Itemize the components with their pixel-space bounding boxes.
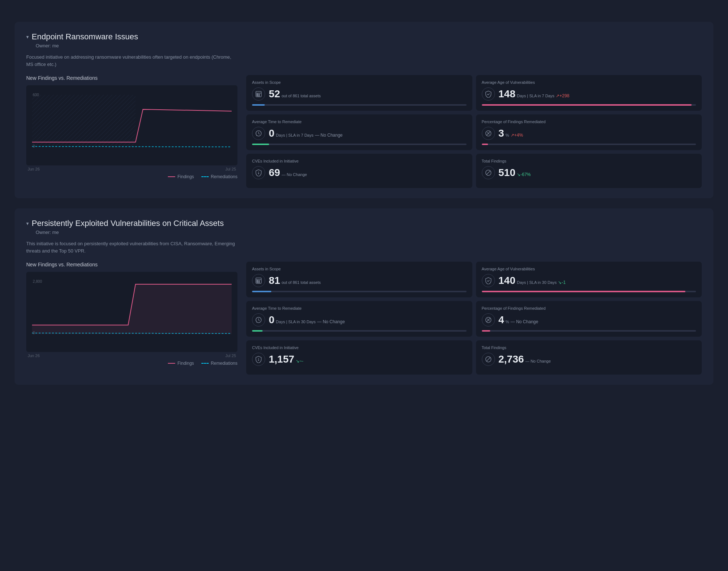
- initiative-title: Endpoint Ransomware Issues: [32, 32, 138, 42]
- clock-icon: [252, 127, 265, 140]
- metric-card-total-findings-2: Total Findings 2,736 — No Change: [476, 340, 702, 375]
- metric-value-block: 0 Days | SLA in 30 Days — No Change: [269, 315, 345, 325]
- findings-line-icon: [168, 176, 175, 177]
- remediations-line-icon: [201, 363, 209, 364]
- left-panel: New Findings vs. Remediations 2,800 0 Ju…: [26, 262, 237, 375]
- building-icon: [252, 274, 265, 287]
- metric-value-block: 4 % — No Change: [499, 315, 538, 325]
- chart-container: 600 0: [26, 85, 237, 165]
- metric-label: Percentage of Findings Remediated: [482, 120, 696, 124]
- metric-main-value: 510: [499, 168, 516, 178]
- metric-value-block: 0 Days | SLA in 7 Days — No Change: [269, 128, 343, 138]
- metric-card-total-findings-1: Total Findings 510 ↘-67%: [476, 154, 702, 188]
- leaf2-icon: [482, 166, 495, 179]
- initiative-card-1: ▾ Endpoint Ransomware Issues Owner: me F…: [15, 22, 713, 198]
- shield-icon: [482, 274, 495, 287]
- svg-line-35: [487, 357, 490, 361]
- findings-label: Findings: [177, 361, 194, 366]
- metric-sub-text: Days | SLA in 30 Days: [276, 320, 316, 324]
- metric-label: Percentage of Findings Remediated: [482, 306, 696, 310]
- metric-change: ↗+298: [556, 93, 569, 98]
- metric-content: 1,157 ↘~-: [252, 353, 467, 366]
- svg-rect-8: [259, 95, 260, 96]
- metric-card-avg-time-remediate-2: Average Time to Remediate 0 Days | SLA i…: [246, 301, 472, 337]
- metric-content: 0 Days | SLA in 7 Days — No Change: [252, 127, 467, 140]
- legend-findings: Findings: [168, 361, 194, 366]
- chart-x-labels: Jun 26 Jul 25: [26, 353, 237, 358]
- metric-label: Average Time to Remediate: [252, 120, 467, 124]
- metric-bar: [482, 330, 696, 332]
- metric-bar: [252, 330, 467, 332]
- svg-rect-9: [257, 94, 257, 95]
- metrics-panel: Assets in Scope 52 out of 861 total asse…: [246, 75, 702, 188]
- metric-change: ↘-1: [558, 280, 566, 285]
- shield-icon: [482, 87, 495, 101]
- metric-main-value: 4: [499, 315, 504, 325]
- metric-main-value: 52: [269, 89, 280, 99]
- metric-label: Average Age of Vulnerabilities: [482, 267, 696, 271]
- metric-bar: [252, 291, 467, 292]
- initiative-body: New Findings vs. Remediations 2,800 0 Ju…: [26, 262, 702, 375]
- metric-main-value: 69: [269, 168, 280, 178]
- metric-bar: [482, 104, 696, 106]
- metric-content: 69 — No Change: [252, 166, 467, 179]
- metric-content: 4 % — No Change: [482, 313, 696, 326]
- leaf-icon: [482, 313, 495, 326]
- metric-content: 52 out of 861 total assets: [252, 87, 467, 101]
- initiative-header: ▾ Endpoint Ransomware Issues: [26, 32, 702, 42]
- metric-card-assets-scope-1: Assets in Scope 52 out of 861 total asse…: [246, 75, 472, 111]
- metric-main-value: 2,736: [499, 354, 524, 364]
- svg-rect-10: [257, 95, 257, 96]
- leaf2-icon: [482, 353, 495, 366]
- metric-value-block: 81 out of 861 total assets: [269, 275, 321, 286]
- legend-findings: Findings: [168, 174, 194, 179]
- metric-label: Assets in Scope: [252, 267, 467, 271]
- findings-line-icon: [168, 363, 175, 364]
- initiative-body: New Findings vs. Remediations 600 0: [26, 75, 702, 188]
- metric-sub-text: Days | SLA in 7 Days: [517, 94, 554, 98]
- svg-rect-7: [259, 94, 260, 95]
- svg-text:0: 0: [33, 144, 35, 148]
- svg-line-17: [487, 171, 490, 175]
- svg-rect-28: [257, 282, 257, 282]
- chart-legend: Findings Remediations: [26, 361, 237, 366]
- metric-card-cves-initiative-1: CVEs Included in Initiative 69 — No Chan…: [246, 154, 472, 188]
- metric-main-value: 81: [269, 275, 280, 286]
- initiative-owner: Owner: me: [36, 230, 702, 235]
- metric-label: Total Findings: [482, 345, 696, 350]
- svg-point-33: [258, 360, 259, 361]
- metric-value-block: 3 % ↗+4%: [499, 128, 523, 138]
- svg-point-15: [258, 173, 259, 174]
- metric-bar: [482, 291, 696, 292]
- metric-sub-text: — No Change: [526, 359, 551, 363]
- metric-sub-text: out of 861 total assets: [282, 94, 321, 98]
- metric-value-block: 148 Days | SLA in 7 Days ↗+298: [499, 89, 570, 99]
- metric-sub-text: out of 861 total assets: [282, 280, 321, 285]
- svg-marker-19: [32, 284, 232, 334]
- metric-card-avg-age-vuln-1: Average Age of Vulnerabilities 148 Days …: [476, 75, 702, 111]
- metric-change: — No Change: [317, 319, 345, 324]
- metric-change: — No Change: [315, 133, 343, 138]
- leaf-icon: [482, 127, 495, 140]
- remediations-line-icon: [201, 176, 209, 177]
- metric-sub-text: — No Change: [282, 172, 307, 177]
- legend-remediations: Remediations: [201, 174, 237, 179]
- metric-content: 140 Days | SLA in 30 Days ↘-1: [482, 274, 696, 287]
- metric-label: CVEs Included in Initiative: [252, 345, 467, 350]
- metric-content: 2,736 — No Change: [482, 353, 696, 366]
- metric-card-avg-time-remediate-1: Average Time to Remediate 0 Days | SLA i…: [246, 114, 472, 150]
- metric-label: Assets in Scope: [252, 80, 467, 85]
- svg-rect-25: [259, 281, 260, 282]
- metric-main-value: 0: [269, 128, 275, 138]
- metric-label: Average Age of Vulnerabilities: [482, 80, 696, 85]
- metric-label: CVEs Included in Initiative: [252, 159, 467, 163]
- metric-label: Average Time to Remediate: [252, 306, 467, 310]
- remediations-label: Remediations: [211, 174, 237, 179]
- metric-value-block: 2,736 — No Change: [499, 354, 551, 364]
- building-icon: [252, 87, 265, 101]
- chart-x-labels: Jun 26 Jul 25: [26, 167, 237, 171]
- svg-text:2,800: 2,800: [33, 279, 42, 283]
- metric-change: — No Change: [511, 319, 538, 324]
- metric-bar: [252, 104, 467, 106]
- initiative-description: Focused initiative on addressing ransomw…: [26, 54, 237, 68]
